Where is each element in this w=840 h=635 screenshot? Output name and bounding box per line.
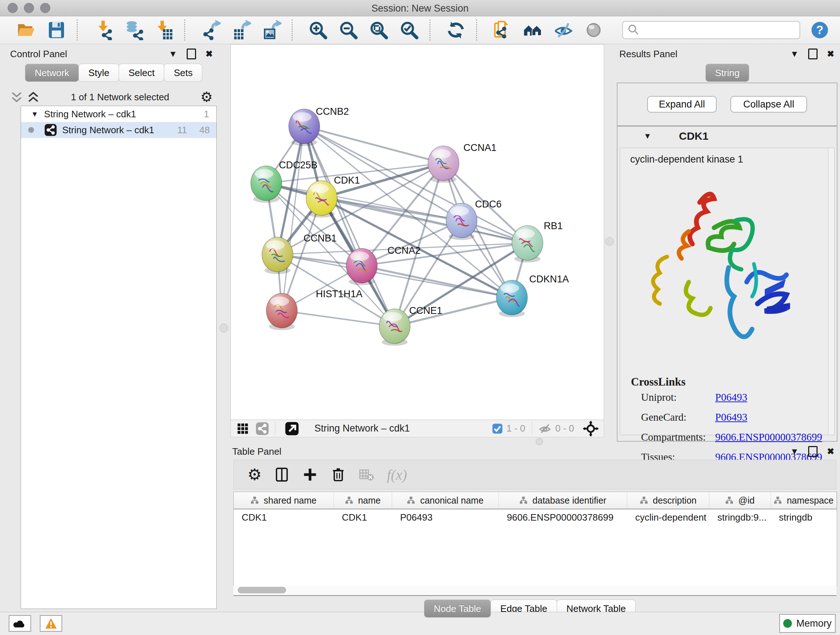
right-splitter-handle[interactable] <box>605 237 614 246</box>
column-header--id[interactable]: @id <box>709 492 771 509</box>
edge-CCNA1-CCNE1[interactable] <box>395 163 444 326</box>
column-header-canonical-name[interactable]: canonical name <box>392 492 499 509</box>
table-hscrollbar-thumb[interactable] <box>238 587 286 593</box>
node-HIST1H1A[interactable]: HIST1H1A <box>266 288 363 330</box>
results-panel-title: Results Panel <box>619 49 677 60</box>
delete-table-icon[interactable] <box>358 467 374 483</box>
search-field[interactable] <box>641 24 787 36</box>
network-graph[interactable]: CCNB2CCNA1CDC25BCDK1CDC6RB1CCNB1CCNA2CDK… <box>231 44 604 420</box>
column-header-label: canonical name <box>420 495 483 506</box>
network-canvas[interactable]: CCNB2CCNA1CDC25BCDK1CDC6RB1CCNB1CCNA2CDK… <box>231 44 604 420</box>
protein-collapse-icon[interactable]: ▼ <box>644 131 652 141</box>
hide-selected-button[interactable] <box>548 18 578 42</box>
tab-style[interactable]: Style <box>79 64 119 82</box>
tab-string[interactable]: String <box>706 64 750 82</box>
function-builder-icon[interactable]: f(x) <box>387 466 407 483</box>
collapse-all-icon[interactable] <box>10 90 23 103</box>
crosslink-link[interactable]: P06493 <box>715 411 747 423</box>
table-settings-gear-icon[interactable]: ⚙ <box>248 467 262 483</box>
column-header-name[interactable]: name <box>334 492 392 509</box>
tab-node-table[interactable]: Node Table <box>424 600 491 618</box>
share-view-icon[interactable] <box>256 422 269 435</box>
node-CDKN1A[interactable]: CDKN1A <box>496 274 569 317</box>
node-CDC6[interactable]: CDC6 <box>446 199 502 240</box>
import-network-database-button[interactable] <box>118 18 149 42</box>
zoom-in-button[interactable] <box>303 18 333 42</box>
table-panel-collapse-icon[interactable]: ▼ <box>790 447 799 456</box>
results-panel-collapse-icon[interactable]: ▼ <box>790 50 799 58</box>
show-columns-icon[interactable] <box>274 467 290 483</box>
results-panel-float-icon[interactable] <box>808 49 818 59</box>
column-header-shared-name[interactable]: shared name <box>234 492 334 509</box>
memory-button[interactable]: Memory <box>779 614 836 633</box>
crosslink-label: Uniprot: <box>641 391 715 403</box>
search-input[interactable] <box>622 21 800 39</box>
node-label-CDC6: CDC6 <box>475 199 502 210</box>
hidden-eye-icon[interactable] <box>538 422 552 435</box>
control-panel-float-icon[interactable] <box>187 49 196 59</box>
column-header-database-identifier[interactable]: database identifier <box>499 492 627 509</box>
node-CCNE1[interactable]: CCNE1 <box>379 305 442 346</box>
node-CCNA1[interactable]: CCNA1 <box>428 142 497 183</box>
cloud-status-button[interactable] <box>9 615 31 632</box>
import-table-button[interactable] <box>149 18 179 42</box>
protein-section-header[interactable]: ▼ CDK1 <box>617 127 837 146</box>
edge-CCNB2-CCNA1[interactable] <box>304 126 444 163</box>
table-panel-close-icon[interactable]: ✖ <box>827 447 834 456</box>
open-session-button[interactable] <box>11 18 41 42</box>
node-RB1[interactable]: RB1 <box>512 220 563 263</box>
export-image-button[interactable] <box>256 18 286 42</box>
column-header-namespace[interactable]: namespace <box>771 492 837 509</box>
crosslink-link[interactable]: 9606.ENSP00000378699 <box>715 431 822 443</box>
table-cell: 9606.ENSP00000378699 <box>499 512 627 523</box>
control-panel-close-icon[interactable]: ✖ <box>205 50 213 58</box>
birdseye-crosshair-icon[interactable] <box>583 421 599 437</box>
zoom-out-button[interactable] <box>333 18 363 42</box>
results-scrollbar[interactable] <box>828 148 834 435</box>
protein-description: cyclin-dependent kinase 1 <box>620 148 834 165</box>
export-table-button[interactable] <box>226 18 256 42</box>
crosslink-link[interactable]: P06493 <box>715 391 747 403</box>
column-tree-icon <box>519 496 527 504</box>
network-collection-label: String Network – cdk1 <box>44 109 204 120</box>
expand-all-button[interactable]: Expand All <box>647 96 717 112</box>
table-row[interactable]: CDK1CDK1P064939606.ENSP00000378699cyclin… <box>234 509 837 525</box>
zoom-selected-button[interactable] <box>394 18 424 42</box>
table-hscrollbar[interactable] <box>233 586 836 596</box>
protein-structure-image <box>645 173 790 376</box>
node-CDK1[interactable]: CDK1 <box>306 175 360 218</box>
expand-all-icon[interactable] <box>27 90 40 103</box>
control-panel-collapse-icon[interactable]: ▼ <box>169 50 177 58</box>
table-panel-float-icon[interactable] <box>808 446 818 457</box>
grid-view-icon[interactable] <box>236 422 249 435</box>
warnings-status-button[interactable] <box>40 615 62 632</box>
help-button[interactable]: ? <box>810 21 829 40</box>
node-CCNB2[interactable]: CCNB2 <box>289 106 349 146</box>
selected-checkbox-icon[interactable] <box>492 423 503 434</box>
open-in-window-icon[interactable] <box>285 421 299 436</box>
tab-select[interactable]: Select <box>118 64 164 82</box>
left-splitter-handle[interactable] <box>219 324 228 333</box>
network-row[interactable]: String Network – cdk1 11 48 <box>21 122 216 138</box>
crosslink-label: GeneCard: <box>641 411 715 423</box>
import-network-file-button[interactable] <box>88 18 118 42</box>
collapse-all-button[interactable]: Collapse All <box>730 96 807 112</box>
column-header-description[interactable]: description <box>627 492 709 509</box>
home-layout-button[interactable] <box>518 18 548 42</box>
tree-expand-icon[interactable]: ▼ <box>31 110 38 119</box>
share-document-button[interactable] <box>487 18 518 42</box>
results-panel-close-icon[interactable]: ✖ <box>827 50 834 58</box>
tab-network[interactable]: Network <box>25 64 79 82</box>
refresh-button[interactable] <box>441 18 471 42</box>
zoom-fit-button[interactable] <box>363 18 394 42</box>
save-session-button[interactable] <box>41 18 72 42</box>
add-column-icon[interactable] <box>302 467 318 483</box>
show-all-button[interactable] <box>578 18 609 42</box>
network-collection-row[interactable]: ▼ String Network – cdk1 1 <box>21 106 216 122</box>
delete-column-trash-icon[interactable] <box>330 467 346 483</box>
network-options-gear-icon[interactable]: ⚙ <box>201 90 213 104</box>
export-network-button[interactable] <box>195 18 226 42</box>
edge-CCNA2-CDKN1A[interactable] <box>362 266 512 298</box>
tab-sets[interactable]: Sets <box>164 64 202 82</box>
edge-HIST1H1A-CCNE1[interactable] <box>282 310 395 326</box>
